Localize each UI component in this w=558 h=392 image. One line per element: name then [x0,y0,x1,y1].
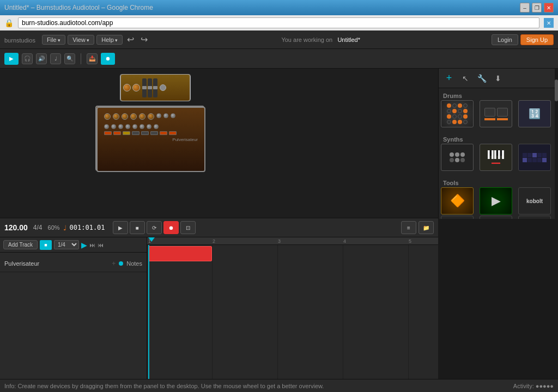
synth-knob [148,113,154,120]
main-area: Pulverisateur + ↖ 🔧 ⬇ Drums [0,69,558,219]
address-bar: 🔒 ✕ [0,15,558,30]
mixer-device[interactable] [120,74,191,101]
track-clip[interactable] [148,246,212,261]
timeline-split-button[interactable]: ⊡ [180,221,196,234]
timeline-stop-button[interactable]: ■ [130,221,145,234]
synth-device-3[interactable] [518,144,551,171]
timeline-options-button[interactable]: ≡ [401,221,416,234]
synth-knob [139,113,145,120]
synth-knob [140,124,144,129]
login-button[interactable]: Login [492,34,518,45]
synth-button [104,131,112,135]
search-button[interactable]: 🔍 [64,53,75,64]
play-button[interactable]: ▶ [4,53,19,65]
timeline-toolbar: 120.00 4/4 60% ♩ 001:01.01 ▶ ■ ⟳ ⏺ ⊡ ≡ 📁 [0,218,438,237]
track-skip-back[interactable]: ⏮ [98,242,104,248]
drum-device-3[interactable]: 🔢 [518,100,551,127]
tool-compressor[interactable]: 🔶 [441,187,474,215]
mixer-knob-small [160,84,166,91]
headphone-button[interactable]: 🎧 [22,53,33,64]
close-button[interactable]: ✕ [544,3,554,13]
undo-button[interactable]: ↩ [125,34,136,45]
scrollbar-thumb [555,79,558,101]
address-close-button[interactable]: ✕ [544,18,554,28]
speaker-button[interactable]: 🔊 [36,53,47,64]
sequencer-area: 120.00 4/4 60% ♩ 001:01.01 ▶ ■ ⟳ ⏺ ⊡ ≡ 📁… [0,218,438,379]
tools-section: Tools 🔶 ▶ kobolt [439,175,558,219]
track-play-button[interactable]: ▶ [81,241,87,249]
drum-device-1[interactable] [441,100,474,127]
synth-small-knob [156,113,161,118]
view-menu-button[interactable]: View [68,35,94,45]
synth-button [123,131,130,135]
synth-device-1[interactable] [441,144,474,171]
track-list-toolbar: Add Track ■ 1/4 1/8 1/16 ▶ ⏭ ⏮ [0,237,147,253]
panel-toolbar: + ↖ 🔧 ⬇ [439,69,558,88]
panel-tool-wrench[interactable]: 🔧 [476,72,488,84]
tool-eq[interactable] [480,216,512,219]
address-input[interactable] [18,17,539,28]
synth-label: Pulverisateur [100,136,202,143]
kobolt-label: kobolt [526,198,543,204]
drum-digit-icon: 🔢 [529,108,541,120]
synth-device-2[interactable]: ▬▬ [480,144,512,171]
timeline-play-button[interactable]: ▶ [113,221,128,234]
ruler-mark-3: 3 [278,238,281,244]
tool-mixer[interactable] [441,216,474,219]
separator [81,53,81,64]
synth-button [169,131,177,135]
tools-grid: 🔶 ▶ kobolt [439,187,558,219]
redo-button[interactable]: ↪ [138,34,150,45]
maximize-button[interactable]: ❐ [532,3,542,13]
panel-tool-download[interactable]: ⬇ [492,72,504,84]
add-device-button[interactable]: + [443,72,455,84]
signup-button[interactable]: Sign Up [520,34,554,45]
synth-small-knob [163,113,168,118]
track-notes-label: Notes [126,260,142,267]
synths-label: Synths [439,134,558,144]
record-button[interactable]: ⏺ [101,53,115,65]
file-menu-button[interactable]: File [42,35,65,45]
mixer-strips [142,78,157,97]
arp-icon: ▶ [492,194,501,208]
tool-arp[interactable]: ▶ [480,187,512,215]
timeline-record-button[interactable]: ⏺ [163,221,179,234]
drums-label: Drums [439,90,558,100]
window-controls: – ❐ ✕ [520,3,554,13]
tool-fx[interactable] [518,216,551,219]
drum-device-2[interactable] [480,100,512,127]
help-menu-button[interactable]: Help [96,35,123,45]
synth-knob [147,124,151,129]
track-skip-forward[interactable]: ⏭ [89,242,95,248]
synth-knob [104,113,111,120]
track-add-clip-button[interactable]: + [112,260,116,267]
quantize-select[interactable]: 1/4 1/8 1/16 [54,240,79,249]
ruler-mark-4: 4 [343,238,346,244]
timeline-loop-button[interactable]: ⟳ [147,221,162,234]
tool-kobolt[interactable]: kobolt [518,187,551,215]
transport-controls: ▶ ■ ⟳ ⏺ ⊡ [113,221,196,234]
add-track-button[interactable]: Add Track [3,240,38,249]
track-items: Pulverisateur + Notes [0,253,147,274]
activity-display: Activity: ●●●●● [513,383,554,389]
track-mode-button[interactable]: ■ [40,240,52,250]
synth-device[interactable]: Pulverisateur [95,106,204,171]
track-item: Pulverisateur + Notes [0,255,147,272]
panel-tool-cursor[interactable]: ↖ [459,72,471,84]
minimize-button[interactable]: – [520,3,530,13]
import-button[interactable]: 📥 [87,53,98,64]
mixer-knob [132,84,140,91]
compressor-icon: 🔶 [450,194,465,208]
zoom-display: 60% [48,224,60,231]
metronome-button[interactable]: ♩ [50,53,61,64]
timeline-ruler: 1 2 3 4 5 [147,237,438,245]
synth-knob [104,124,109,129]
mixer-strip [148,78,152,97]
panel-scrollbar[interactable] [555,69,558,219]
toolbar-center: You are working on Untitled* [152,36,489,43]
activity-dots: ●●●●● [536,383,554,389]
synth-knob [125,124,130,129]
timeline-folder-button[interactable]: 📁 [418,221,434,234]
mixer-strip [153,78,157,97]
tracks-header: Add Track ■ 1/4 1/8 1/16 ▶ ⏭ ⏮ Pulverisa… [0,237,147,379]
